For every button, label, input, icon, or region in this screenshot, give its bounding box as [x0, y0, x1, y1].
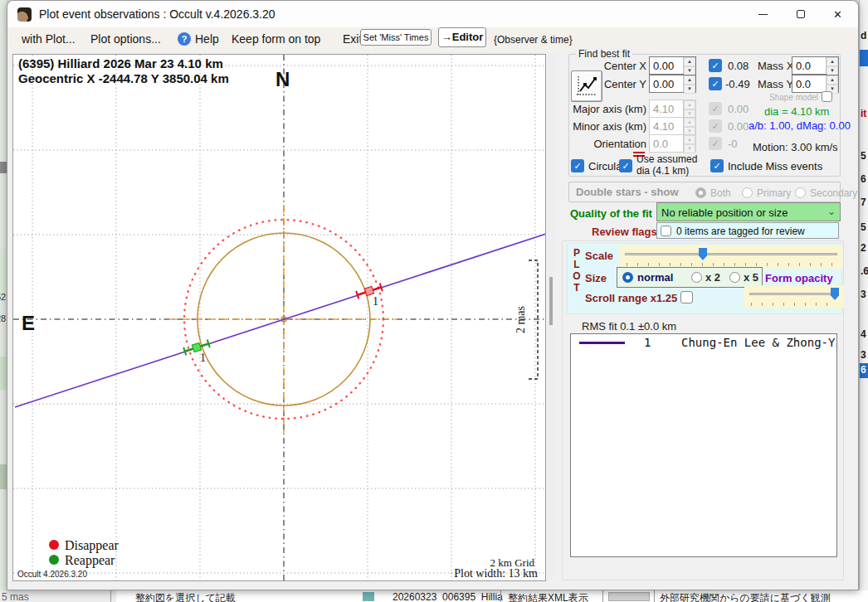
background-taskbar-strip: 5 mas 整約図を選択して記載 20260323_006395_Hillia …: [0, 590, 868, 602]
minor-axis-label: Minor axis (km): [565, 120, 646, 133]
primary-label: Primary: [757, 187, 791, 199]
mass-x-spinner[interactable]: 0.0 ▲▼: [792, 56, 839, 75]
size-x2-radio[interactable]: [691, 272, 702, 283]
find-best-fit-legend: Find best fit: [576, 48, 632, 60]
minimize-icon: [758, 14, 768, 15]
size-normal-radio[interactable]: [622, 272, 633, 283]
svg-text:Occult 4.2026.3.20: Occult 4.2026.3.20: [17, 570, 87, 579]
size-label: Size: [585, 272, 607, 284]
secondary-radio: [795, 187, 806, 198]
bottom-fragment: 整約図を選択して記載: [135, 591, 236, 602]
review-flags-field[interactable]: 0 items are tagged for review: [656, 222, 839, 239]
shape-model-checkbox[interactable]: [822, 91, 832, 102]
minimize-button[interactable]: [744, 1, 782, 27]
bottom-fragment: 5 mas: [2, 591, 29, 602]
svg-text:Plot width: 13 km: Plot width: 13 km: [454, 567, 538, 580]
bottom-fragment: 外部研究機関からの要請に基づく観測: [660, 591, 831, 602]
menu-exit[interactable]: Exit: [343, 32, 362, 46]
background-window-right-sliver: d it 5 6 7 5 2 .6 3 4 3 6: [859, 0, 868, 602]
mass-y-spinner[interactable]: 0.0 ▲▼: [792, 75, 839, 93]
editor-button[interactable]: →Editor: [438, 27, 486, 47]
left-fragment: 52: [0, 292, 6, 302]
set-miss-times-button[interactable]: Set 'Miss' Times: [360, 29, 432, 46]
use-assumed-checkbox[interactable]: ✓: [619, 159, 632, 172]
plot-canvas: 112 mas(6395) Hilliard 2026 Mar 23 4.10 …: [13, 55, 545, 580]
menu-with-plot[interactable]: with Plot...: [22, 32, 76, 46]
left-fragment: 28: [0, 313, 6, 323]
primary-radio: [742, 187, 753, 198]
form-opacity-slider-thumb[interactable]: [831, 288, 839, 300]
occultation-plot[interactable]: 112 mas(6395) Hilliard 2026 Mar 23 4.10 …: [12, 54, 546, 581]
spin-up-icon[interactable]: ▲: [684, 57, 695, 66]
scale-label: Scale: [585, 250, 613, 262]
major-axis-checkbox: ✓: [709, 102, 722, 115]
observations-list[interactable]: 1 Chung-En Lee & Zhong-Yi: [570, 333, 837, 557]
help-icon[interactable]: ?: [178, 32, 191, 46]
use-assumed-label-2: dia (4.1 km): [636, 165, 689, 177]
right-fragment: it: [861, 108, 866, 119]
observer-time-label: {Observer & time}: [494, 34, 573, 46]
disappear-marker: [356, 284, 383, 299]
center-y-spinner[interactable]: 0.00 ▲▼: [649, 75, 696, 93]
chevron-down-icon: ⌄: [827, 206, 836, 217]
menu-help[interactable]: Help: [195, 32, 219, 46]
svg-text:1: 1: [200, 352, 206, 364]
svg-text:N: N: [276, 68, 290, 90]
both-label: Both: [710, 187, 731, 199]
double-stars-label: Double stars - show: [576, 186, 679, 198]
bottom-fragment: 20260323_006395_Hillia: [393, 591, 503, 602]
minor-axis-checkbox: ✓: [709, 119, 722, 133]
major-axis-fit-value: 0.00: [728, 103, 749, 115]
rms-fit-label: RMS fit 0.1 ±0.0 km: [582, 320, 676, 333]
mass-y-label: Mass Y: [758, 78, 793, 90]
size-radio-group: normal x 2 x 5: [617, 267, 763, 288]
scroll-range-label: Scroll range x1.25: [585, 292, 677, 304]
occult-plot-window: Plot event observations : Occult v.4.202…: [7, 0, 859, 590]
center-y-checkbox[interactable]: ✓: [709, 77, 722, 90]
secondary-label: Secondary: [810, 187, 857, 199]
plot-controls-box: PL OT Scale Size normal x 2 x 5 Form opa…: [567, 243, 842, 314]
orientation-spinner: 0.0 ▲▼: [649, 134, 696, 153]
scroll-range-checkbox[interactable]: [680, 291, 693, 303]
review-checkbox[interactable]: [661, 226, 671, 236]
titlebar[interactable]: Plot event observations : Occult v.4.202…: [7, 1, 858, 27]
size-x5-radio[interactable]: [729, 272, 740, 283]
scale-slider-thumb[interactable]: [699, 248, 707, 260]
svg-text:1: 1: [373, 295, 378, 308]
chord-color-swatch: [579, 342, 625, 344]
double-stars-group: Double stars - show Both Primary Seconda…: [568, 182, 841, 202]
motion-label: Motion: 3.00 km/s: [753, 141, 838, 153]
plot-scrollbar-thumb[interactable]: [549, 277, 553, 325]
center-x-label: Center X: [588, 60, 646, 72]
quality-dropdown[interactable]: No reliable position or size ⌄: [656, 202, 841, 221]
scale-slider[interactable]: [620, 245, 842, 269]
center-x-spinner[interactable]: 0.00 ▲▼: [649, 56, 696, 75]
menu-plot-options[interactable]: Plot options...: [90, 32, 161, 46]
minor-axis-spinner: 4.10 ▲▼: [649, 117, 696, 135]
circular-checkbox[interactable]: ✓: [571, 159, 584, 172]
maximize-button[interactable]: [782, 1, 819, 27]
major-axis-spinner: 4.10 ▲▼: [649, 100, 696, 118]
orientation-label: Orientation: [565, 138, 646, 150]
svg-text:Geocentric X -2444.78 Y 385: Geocentric X -2444.78 Y 3850.04 km: [18, 71, 229, 85]
teal-swatch: [363, 592, 374, 601]
major-axis-label: Major axis (km): [565, 103, 646, 115]
include-miss-checkbox[interactable]: ✓: [710, 159, 724, 172]
center-x-fit-value: 0.08: [728, 60, 749, 72]
shape-model-label: Shape model: [738, 93, 818, 102]
mass-x-label: Mass X: [758, 60, 793, 72]
plot-vertical-label: PL OT: [573, 247, 581, 294]
form-opacity-slider[interactable]: [744, 285, 844, 308]
close-button[interactable]: ✕: [819, 1, 856, 27]
svg-text:Disappear: Disappear: [65, 538, 119, 553]
center-x-checkbox[interactable]: ✓: [709, 59, 722, 72]
form-opacity-label: Form opacity: [765, 272, 833, 284]
diameter-label: dia = 4.10 km: [764, 105, 829, 118]
app-icon: [17, 7, 32, 22]
close-icon: ✕: [833, 8, 842, 21]
svg-text:Reappear: Reappear: [65, 553, 115, 568]
svg-text:(6395) Hilliard 2026 Mar 23: (6395) Hilliard 2026 Mar 23 4.10 km: [18, 56, 223, 70]
menu-keep-on-top[interactable]: Keep form on top: [232, 32, 320, 46]
quality-label: Quality of the fit: [570, 207, 652, 220]
size-x2-label: x 2: [705, 271, 720, 284]
